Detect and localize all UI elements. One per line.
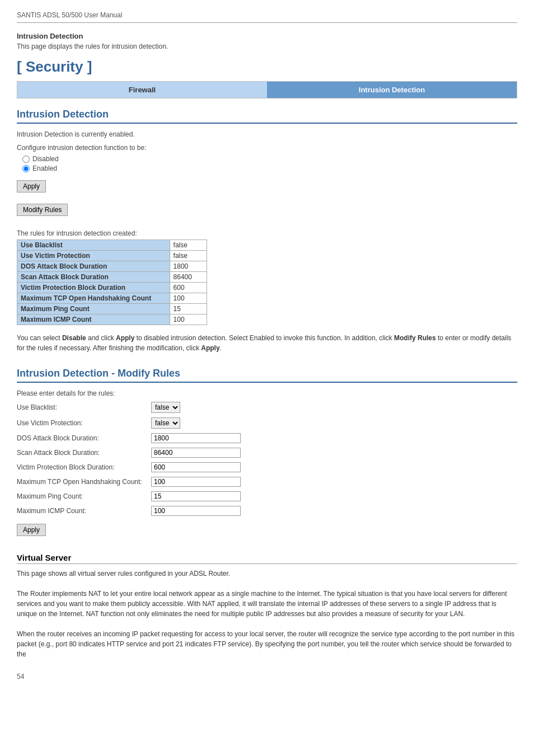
form-field-label: Victim Protection Block Duration:: [17, 463, 151, 471]
table-row: Use Blacklistfalse: [17, 240, 207, 251]
radio-disabled-label: Disabled: [32, 155, 59, 163]
virtual-server-title: Virtual Server: [17, 553, 517, 564]
table-row: Maximum Ping Count15: [17, 304, 207, 314]
table-row: Maximum TCP Open Handshaking Count100: [17, 293, 207, 304]
tab-bar: Firewall Intrusion Detection: [17, 81, 517, 98]
rule-name: DOS Attack Block Duration: [17, 261, 170, 272]
rule-value: 15: [170, 304, 207, 314]
rule-value: 100: [170, 314, 207, 325]
form-row: Maximum TCP Open Handshaking Count:: [17, 477, 517, 487]
manual-title: SANTIS ADSL 50/500 User Manual: [17, 11, 122, 19]
form-row: Maximum Ping Count:: [17, 491, 517, 501]
config-label: Configure intrusion detection function t…: [17, 144, 517, 152]
form-field-input[interactable]: [151, 448, 241, 458]
intrusion-status: Intrusion Detection is currently enabled…: [17, 130, 517, 138]
form-row: Victim Protection Block Duration:: [17, 462, 517, 472]
radio-disabled-input[interactable]: [22, 156, 30, 163]
form-row: Maximum ICMP Count:: [17, 506, 517, 516]
form-field-label: Maximum ICMP Count:: [17, 507, 151, 515]
virtual-server-section: Virtual Server This page shows all virtu…: [17, 553, 517, 659]
modify-rules-title: Intrusion Detection - Modify Rules: [17, 368, 517, 383]
form-row: DOS Attack Block Duration:: [17, 433, 517, 443]
rule-name: Use Blacklist: [17, 240, 170, 251]
intrusion-section: Intrusion Detection Intrusion Detection …: [17, 109, 517, 353]
modify-rules-button[interactable]: Modify Rules: [17, 204, 68, 216]
form-row: Use Blacklist:falsetrue: [17, 402, 517, 413]
rules-table: Use BlacklistfalseUse Victim Protectionf…: [17, 240, 207, 325]
rule-name: Maximum TCP Open Handshaking Count: [17, 293, 170, 304]
form-field-label: DOS Attack Block Duration:: [17, 434, 151, 442]
table-row: Victim Protection Block Duration600: [17, 283, 207, 293]
modify-rules-section: Intrusion Detection - Modify Rules Pleas…: [17, 368, 517, 542]
form-field-input[interactable]: [151, 462, 241, 472]
radio-enabled[interactable]: Enabled: [22, 165, 517, 172]
table-row: Scan Attack Block Duration86400: [17, 272, 207, 283]
page-header: SANTIS ADSL 50/500 User Manual: [17, 11, 517, 23]
radio-enabled-input[interactable]: [22, 165, 30, 172]
rule-value: 1800: [170, 261, 207, 272]
rule-name: Maximum Ping Count: [17, 304, 170, 314]
bracket-title: [ Security ]: [17, 58, 517, 76]
form-field-input[interactable]: [151, 433, 241, 443]
virtual-paragraph: When the router receives an incoming IP …: [17, 629, 517, 659]
virtual-paragraph: This page shows all virtual server rules…: [17, 569, 517, 579]
table-row: DOS Attack Block Duration1800: [17, 261, 207, 272]
rule-value: 600: [170, 283, 207, 293]
rule-name: Maximum ICMP Count: [17, 314, 170, 325]
rule-name: Use Victim Protection: [17, 251, 170, 261]
rule-value: false: [170, 251, 207, 261]
virtual-paragraph: The Router implements NAT to let your en…: [17, 589, 517, 619]
radio-disabled[interactable]: Disabled: [22, 155, 517, 163]
intro-title: Intrusion Detection: [17, 32, 517, 40]
rule-value: 86400: [170, 272, 207, 283]
table-row: Maximum ICMP Count100: [17, 314, 207, 325]
tab-firewall[interactable]: Firewall: [17, 82, 267, 98]
form-field-select[interactable]: falsetrue: [151, 402, 180, 413]
page-number: 54: [17, 673, 517, 680]
form-field-input[interactable]: [151, 477, 241, 487]
table-row: Use Victim Protectionfalse: [17, 251, 207, 261]
intrusion-apply-button[interactable]: Apply: [17, 180, 46, 192]
form-field-label: Scan Attack Block Duration:: [17, 449, 151, 457]
intro-desc: This page displays the rules for intrusi…: [17, 43, 517, 50]
form-field-label: Use Victim Protection:: [17, 419, 151, 427]
form-field-select[interactable]: falsetrue: [151, 417, 180, 429]
radio-enabled-label: Enabled: [32, 165, 57, 172]
form-field-label: Maximum Ping Count:: [17, 492, 151, 500]
rules-label: The rules for intrusion detection create…: [17, 229, 517, 237]
radio-group: Disabled Enabled: [22, 155, 517, 172]
modify-form: Use Blacklist:falsetrueUse Victim Protec…: [17, 402, 517, 516]
form-label: Please enter details for the rules:: [17, 389, 517, 397]
form-field-label: Maximum TCP Open Handshaking Count:: [17, 478, 151, 486]
form-field-label: Use Blacklist:: [17, 403, 151, 411]
rule-name: Scan Attack Block Duration: [17, 272, 170, 283]
intrusion-section-title: Intrusion Detection: [17, 109, 517, 124]
form-row: Use Victim Protection:falsetrue: [17, 417, 517, 429]
intrusion-description: You can select Disable and click Apply t…: [17, 333, 517, 353]
virtual-paragraphs: This page shows all virtual server rules…: [17, 569, 517, 659]
rule-value: false: [170, 240, 207, 251]
form-field-input[interactable]: [151, 506, 241, 516]
modify-apply-button[interactable]: Apply: [17, 524, 46, 536]
form-row: Scan Attack Block Duration:: [17, 448, 517, 458]
rule-value: 100: [170, 293, 207, 304]
rule-name: Victim Protection Block Duration: [17, 283, 170, 293]
tab-intrusion-detection[interactable]: Intrusion Detection: [267, 82, 517, 98]
form-field-input[interactable]: [151, 491, 241, 501]
intro-block: Intrusion Detection This page displays t…: [17, 32, 517, 50]
